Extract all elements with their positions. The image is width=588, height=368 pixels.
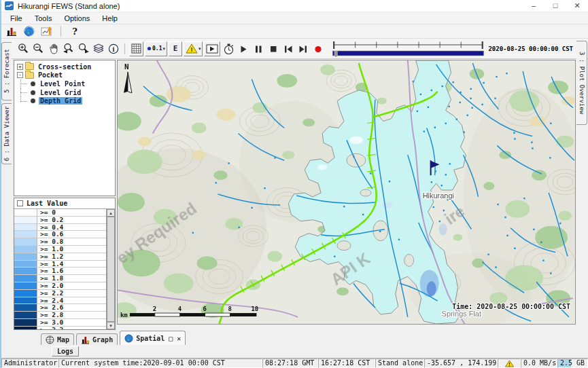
tree-item-depth-grid[interactable]: Depth Grid <box>14 96 115 105</box>
legend-row: >= 2.2 <box>14 290 106 297</box>
tab-graph[interactable]: Graph <box>76 333 118 345</box>
zoom-in-icon[interactable] <box>17 41 31 56</box>
svg-text:2: 2 <box>153 306 156 312</box>
legend-row: >= 0.2 <box>14 217 106 224</box>
help-button[interactable]: ? <box>67 25 82 38</box>
status-bar: Administrator Current system time:2020-0… <box>1 358 588 368</box>
pause-button[interactable] <box>252 41 265 56</box>
legend-swatch <box>14 312 37 318</box>
layers-icon[interactable] <box>92 41 105 56</box>
folder-icon <box>25 72 34 79</box>
content-area: +Cross-section-PocketLevel PointLevel Gr… <box>1 59 588 330</box>
title-bar: Hikurangi FEWS (Stand alone) – □ ✕ <box>1 0 588 12</box>
timeseries-dialog-icon[interactable] <box>39 25 54 38</box>
legend-swatch <box>14 327 37 329</box>
legend-scrollbar[interactable]: ▲ ▼ <box>106 209 115 329</box>
bullet-icon <box>31 90 35 95</box>
last-value-checkbox[interactable] <box>17 200 23 206</box>
toolbar-separator <box>60 26 61 37</box>
legend-value: >= 2.4 <box>37 297 106 304</box>
record-button[interactable] <box>311 41 325 56</box>
zoom-previous-icon[interactable] <box>62 41 75 56</box>
status-gmt-time: 08:27:18 GMT <box>262 358 318 368</box>
svg-text:i: i <box>112 45 115 52</box>
sidebar-tab-data-viewer[interactable]: 6 : Data Viewer <box>1 103 12 164</box>
app-logo-icon <box>5 1 14 10</box>
scrollbar-thumb[interactable] <box>107 217 115 322</box>
bottom-tab-bar: Map Graph Spatial □ ✕ <box>1 330 588 345</box>
close-button[interactable]: ✕ <box>566 0 588 12</box>
menu-help[interactable]: Help <box>96 14 124 23</box>
tab-close-icon[interactable]: ✕ <box>177 335 181 342</box>
minimize-button[interactable]: – <box>523 0 544 12</box>
toolbar-separator <box>124 43 125 54</box>
sidebar-tab-forecast[interactable]: 5 : Forecast <box>1 42 12 100</box>
legend-header: Last Value <box>14 198 115 209</box>
tree-expander-icon[interactable]: - <box>17 72 23 78</box>
legend-swatch <box>14 231 37 238</box>
legend-button[interactable]: E <box>169 41 182 56</box>
menu-options[interactable]: Options <box>58 14 96 23</box>
tab-maximize-icon[interactable]: □ <box>169 335 173 342</box>
tree-expander-icon[interactable]: + <box>17 64 23 70</box>
tree-item-label: Level Point <box>39 80 86 88</box>
maximize-button[interactable]: □ <box>544 0 566 12</box>
legend-swatch <box>14 282 37 289</box>
warning-dropdown[interactable]: ! ▾ <box>184 41 203 56</box>
legend-button-label: E <box>173 44 178 53</box>
globe-explorer-icon[interactable] <box>22 25 37 38</box>
info-icon[interactable]: i <box>107 41 120 56</box>
sidebar-tab-plot-overview[interactable]: 3 : Plot Overview <box>576 41 587 125</box>
next-frame-button[interactable] <box>296 41 310 56</box>
tab-map[interactable]: Map <box>41 333 74 345</box>
tree-item-level-grid[interactable]: Level Grid <box>14 88 115 97</box>
tab-spatial[interactable]: Spatial □ ✕ <box>120 331 186 345</box>
menu-file[interactable]: File <box>4 14 29 23</box>
classbreak-value: 0.1 <box>152 45 162 52</box>
stop-button[interactable] <box>266 41 280 56</box>
zoom-next-icon[interactable] <box>77 41 90 56</box>
tab-graph-label: Graph <box>92 336 113 344</box>
classbreak-dropdown[interactable]: 0.1 ▾ <box>145 41 167 56</box>
legend-swatch <box>14 268 37 274</box>
legend-title: Last Value <box>27 200 67 207</box>
time-slider[interactable] <box>331 40 485 58</box>
tree-item-cross-section[interactable]: +Cross-section <box>14 62 115 71</box>
tree-item-pocket[interactable]: -Pocket <box>14 71 115 80</box>
map-tab-icon <box>46 335 54 344</box>
legend-swatch <box>14 246 37 253</box>
timer-icon[interactable] <box>222 41 235 56</box>
svg-text:4: 4 <box>178 306 181 312</box>
town-label: Hikurangi <box>423 191 454 200</box>
status-local-time: 16:27:18 CST <box>318 358 375 368</box>
logs-button[interactable]: Logs <box>52 346 79 356</box>
svg-text:8: 8 <box>228 306 232 312</box>
map-view[interactable]: ey Required API K ire Hikurangi Springs … <box>117 60 576 325</box>
legend-value: >= 1.4 <box>37 261 106 268</box>
legend-swatch <box>14 297 37 304</box>
play-button[interactable] <box>237 41 250 56</box>
legend-swatch <box>14 217 37 223</box>
svg-text:10: 10 <box>251 306 258 312</box>
grid-display-button[interactable] <box>129 41 143 56</box>
animation-dialog-button[interactable] <box>204 41 220 56</box>
legend-swatch <box>14 304 37 311</box>
window-title: Hikurangi FEWS (Stand alone) <box>18 2 120 10</box>
scroll-down-icon[interactable]: ▼ <box>107 322 115 329</box>
pan-hand-icon[interactable] <box>47 41 60 56</box>
chevron-down-icon: ▾ <box>198 46 201 52</box>
status-warning-icon[interactable] <box>498 358 521 368</box>
logs-row: Logs <box>1 345 588 358</box>
timeline-date: 2020-08-25 00:00:00 CST <box>488 45 573 52</box>
svg-text:!: ! <box>190 46 192 53</box>
menu-tools[interactable]: Tools <box>29 14 58 23</box>
scroll-up-icon[interactable]: ▲ <box>107 209 115 217</box>
legend-swatch <box>14 224 37 231</box>
legend-value: >= 0.2 <box>37 217 106 223</box>
statistics-icon[interactable] <box>4 25 19 38</box>
previous-frame-button[interactable] <box>281 41 295 56</box>
tree-item-level-point[interactable]: Level Point <box>14 79 115 88</box>
legend-value: >= 1.8 <box>37 275 106 282</box>
zoom-out-icon[interactable] <box>32 41 46 56</box>
legend-row: >= 1.2 <box>14 253 106 261</box>
